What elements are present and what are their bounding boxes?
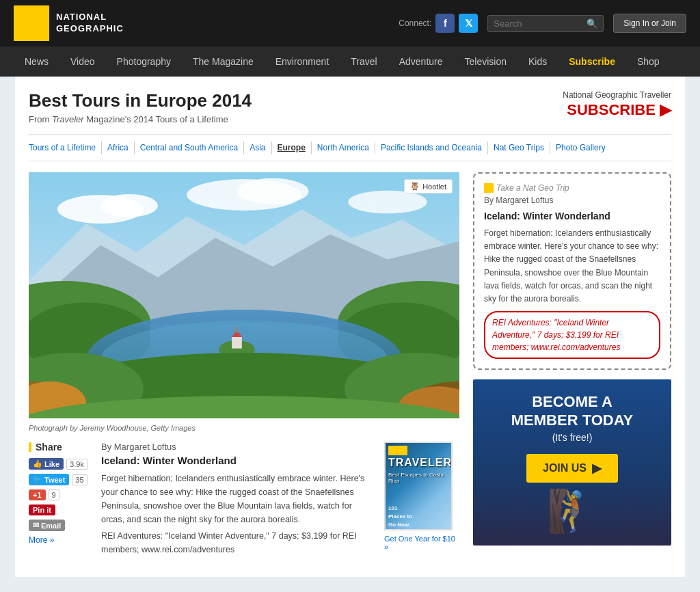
magazine-cover[interactable]: TRAVELER Best Escapes to Costa Rica 101P…: [384, 442, 453, 530]
article-image: [29, 172, 459, 418]
svg-rect-27: [390, 446, 406, 455]
article-body-cont: REI Adventures: "Iceland Winter Adventur…: [101, 529, 373, 556]
join-btn-label: JOIN US: [543, 462, 587, 474]
email-icon: ✉: [33, 521, 39, 530]
nav-item-shop[interactable]: Shop: [626, 46, 671, 77]
main-nav: News Video Photography The Magazine Envi…: [0, 46, 700, 77]
mag-logo-icon: [390, 446, 406, 455]
photo-caption: Photograph by Jeremy Woodhouse, Getty Im…: [29, 424, 459, 432]
header-right: Connect: f 𝕏 🔍 Sign In or Join: [399, 14, 686, 33]
search-input[interactable]: [494, 18, 582, 29]
member-figure: 🧗: [484, 491, 660, 532]
tweet-btn-inner: 🐦 Tweet: [29, 474, 69, 485]
nav-item-travel[interactable]: Travel: [340, 46, 388, 77]
subnav-africa[interactable]: Africa: [102, 142, 135, 154]
article-author: By Margaret Loftus: [101, 442, 373, 452]
email-label: Email: [41, 522, 61, 530]
connect-area: Connect: f 𝕏: [399, 14, 478, 33]
pin-btn-inner: Pin it: [29, 504, 55, 515]
subscribe-button[interactable]: SUBSCRIBE ▶: [535, 101, 671, 119]
svg-rect-0: [18, 10, 45, 37]
svg-rect-18: [235, 327, 238, 332]
gplus-count: 9: [49, 489, 59, 500]
left-col: 🦉 Hootlet Photograph by Jeremy Woodhouse…: [29, 172, 459, 556]
article-text-col: By Margaret Loftus Iceland: Winter Wonde…: [101, 442, 373, 556]
article-headline: Iceland: Winter Wonderland: [101, 455, 373, 466]
sign-in-button[interactable]: Sign In or Join: [613, 14, 686, 33]
logo-text: NATIONAL GEOGRAPHIC: [56, 12, 124, 35]
tweet-button[interactable]: 🐦 Tweet 35: [29, 474, 90, 485]
gplus-button[interactable]: +1 9: [29, 489, 90, 500]
mag-cover-extra: 101Places toGo NowAbout Travel: [388, 504, 448, 530]
subnav-pacific[interactable]: Pacific Islands and Oceania: [375, 142, 488, 154]
page-title: Best Tours in Europe 2014: [29, 90, 252, 111]
like-button[interactable]: 👍 Like 3.9k: [29, 458, 90, 470]
subnav-asia[interactable]: Asia: [244, 142, 271, 154]
mag-cover-subtitle: Best Escapes to Costa Rica: [388, 472, 448, 484]
facebook-button[interactable]: f: [435, 14, 455, 33]
nav-item-adventure[interactable]: Adventure: [388, 46, 454, 77]
gplus-btn-inner: +1: [29, 489, 46, 500]
content-area: 🦉 Hootlet Photograph by Jeremy Woodhouse…: [29, 172, 671, 556]
nav-item-subscribe[interactable]: Subscribe: [558, 46, 626, 77]
svg-rect-16: [232, 337, 242, 349]
join-us-button[interactable]: JOIN US ▶: [526, 454, 618, 483]
site-header: NATIONAL GEOGRAPHIC Connect: f 𝕏 🔍 Sign …: [0, 0, 700, 46]
article-bottom: Share 👍 Like 3.9k 🐦 Tweet 35: [29, 442, 459, 556]
nav-item-news[interactable]: News: [14, 46, 59, 77]
connect-label: Connect:: [399, 18, 431, 28]
main-content: Best Tours in Europe 2014 From Traveler …: [15, 77, 685, 577]
tweet-label: Tweet: [44, 476, 65, 484]
page-subtitle: From Traveler Magazine's 2014 Tours of a…: [29, 114, 252, 124]
twitter-button[interactable]: 𝕏: [459, 14, 478, 33]
logo-area: NATIONAL GEOGRAPHIC: [14, 5, 124, 41]
subnav-north-america[interactable]: North America: [312, 142, 375, 154]
email-button[interactable]: ✉ Email: [29, 520, 90, 531]
like-icon: 👍: [33, 459, 42, 468]
right-col: Take a Nat Geo Trip By Margaret Loftus I…: [473, 172, 671, 556]
like-count: 3.9k: [66, 459, 88, 470]
nav-item-kids[interactable]: Kids: [517, 46, 558, 77]
nav-item-photography[interactable]: Photography: [106, 46, 182, 77]
subnav-europe[interactable]: Europe: [272, 142, 312, 154]
email-btn-inner: ✉ Email: [29, 520, 65, 531]
article-body: Forget hibernation; Icelanders enthusias…: [101, 472, 373, 526]
nav-item-television[interactable]: Television: [454, 46, 517, 77]
share-col: Share 👍 Like 3.9k 🐦 Tweet 35: [29, 442, 90, 556]
subnav-nat-geo[interactable]: Nat Geo Trips: [488, 142, 550, 154]
mag-offer-link[interactable]: Get One Year for $10 »: [384, 535, 459, 551]
logo-box: [14, 5, 49, 41]
tweet-icon: 🐦: [33, 475, 42, 484]
search-box: 🔍: [487, 15, 604, 32]
nav-item-video[interactable]: Video: [59, 46, 106, 77]
magazine-col: TRAVELER Best Escapes to Costa Rica 101P…: [384, 442, 459, 556]
hootlet-icon: 🦉: [410, 182, 420, 191]
svg-point-6: [237, 178, 309, 204]
article-image-wrap: 🦉 Hootlet: [29, 172, 459, 418]
tweet-count: 35: [72, 474, 87, 485]
subnav-gallery[interactable]: Photo Gallery: [550, 142, 611, 154]
nav-item-environment[interactable]: Environment: [265, 46, 340, 77]
like-btn-inner: 👍 Like: [29, 458, 64, 470]
mag-title: TRAVELER: [388, 457, 448, 469]
subnav-central-south[interactable]: Central and South America: [135, 142, 244, 154]
pin-button[interactable]: Pin it: [29, 504, 90, 515]
mag-logo-small: [388, 446, 407, 455]
popup-promo-text: REI Adventures: "Iceland Winter Adventur…: [492, 318, 620, 352]
member-subtitle: (It's free!): [484, 432, 660, 443]
popup-promo: REI Adventures: "Iceland Winter Adventur…: [484, 311, 660, 359]
popup-body: Forget hibernation; Icelanders enthusias…: [484, 227, 660, 306]
nav-item-magazine[interactable]: The Magazine: [182, 46, 265, 77]
more-link[interactable]: More »: [29, 535, 90, 545]
svg-point-4: [100, 194, 158, 217]
landscape-svg: [29, 172, 459, 418]
search-icon: 🔍: [587, 18, 597, 29]
join-btn-arrow-icon: ▶: [592, 461, 602, 476]
ng-logo-icon: [18, 10, 45, 37]
page-title-block: Best Tours in Europe 2014 From Traveler …: [29, 90, 252, 124]
like-label: Like: [44, 460, 59, 468]
popup-author: By Margaret Loftus: [484, 196, 660, 205]
hootlet-badge[interactable]: 🦉 Hootlet: [404, 179, 453, 193]
subnav-tours[interactable]: Tours of a Lifetime: [29, 142, 102, 154]
member-banner: BECOME AMEMBER TODAY (It's free!) JOIN U…: [473, 379, 671, 546]
